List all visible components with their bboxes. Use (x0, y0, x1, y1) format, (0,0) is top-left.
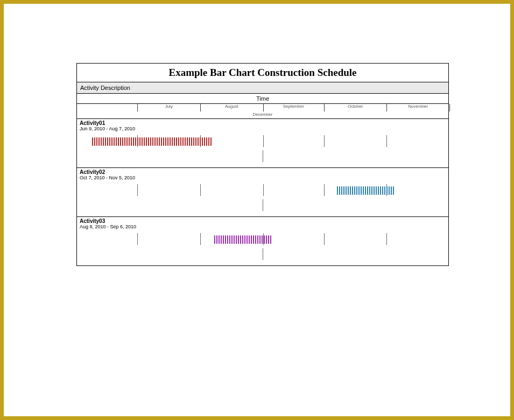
activity-head: Activity02Oct 7, 2010 - Nov 5, 2010 (77, 168, 448, 181)
month-label: September (263, 104, 324, 109)
axis-tick (263, 135, 264, 147)
axis-tick (200, 184, 201, 196)
gantt-bar (337, 186, 396, 195)
month-divider (449, 104, 450, 111)
chart-title: Example Bar Chart Construction Schedule (77, 64, 448, 82)
axis-mid-tick (263, 150, 263, 162)
activity-date-range: Oct 7, 2010 - Nov 5, 2010 (80, 175, 446, 180)
month-label: October (324, 104, 387, 109)
activity-timeline (77, 181, 448, 216)
activity-name: Activity02 (80, 169, 446, 175)
axis-tick (200, 233, 201, 245)
activity-name: Activity01 (80, 120, 446, 126)
gantt-bar (214, 235, 273, 244)
axis-tick (386, 135, 387, 147)
gantt-bar (92, 137, 215, 146)
month-label: July (137, 104, 200, 109)
axis-tick (324, 184, 325, 196)
axis-mid-tick (263, 248, 263, 260)
time-header: Time (77, 94, 448, 104)
month-label: August (200, 104, 263, 109)
axis-tick (137, 233, 138, 245)
month-label-overflow: December (77, 111, 448, 117)
page-frame: Example Bar Chart Construction Schedule … (0, 0, 514, 420)
axis-tick (263, 184, 264, 196)
axis-tick (324, 135, 325, 147)
activity-head: Activity01Jun 9, 2010 - Aug 7, 2010 (77, 119, 448, 132)
month-axis: JulyAugustSeptemberOctoberNovember Decem… (77, 104, 448, 119)
activity-date-range: Aug 8, 2010 - Sep 6, 2010 (80, 224, 446, 229)
activity-name: Activity03 (80, 218, 446, 224)
activity-timeline (77, 132, 448, 167)
month-label: November (386, 104, 449, 109)
activity-row: Activity01Jun 9, 2010 - Aug 7, 2010 (77, 119, 448, 168)
activity-description-header: Activity Description (77, 82, 448, 94)
schedule-sheet: Example Bar Chart Construction Schedule … (76, 63, 449, 266)
activity-row: Activity02Oct 7, 2010 - Nov 5, 2010 (77, 168, 448, 217)
activity-row: Activity03Aug 8, 2010 - Sep 6, 2010 (77, 217, 448, 265)
axis-tick (386, 233, 387, 245)
activity-head: Activity03Aug 8, 2010 - Sep 6, 2010 (77, 217, 448, 230)
activity-timeline (77, 230, 448, 265)
axis-tick (137, 184, 138, 196)
axis-tick (324, 233, 325, 245)
activity-date-range: Jun 9, 2010 - Aug 7, 2010 (80, 126, 446, 131)
axis-mid-tick (263, 199, 263, 211)
